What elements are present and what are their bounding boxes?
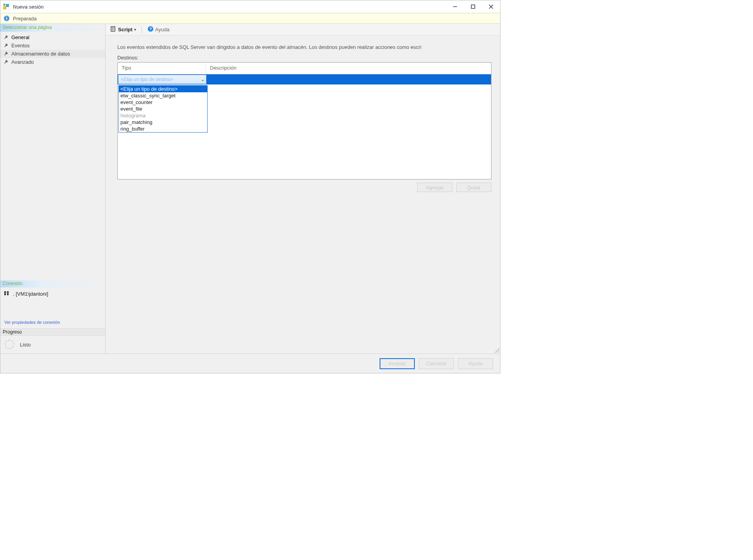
wrench-icon [4,51,9,57]
svg-rect-1 [6,4,9,7]
dropdown-option[interactable]: histograma [119,112,207,119]
sidebar-item-almacenamiento[interactable]: Almacenamiento de datos [0,50,105,58]
wrench-icon [4,59,9,65]
info-icon [4,15,10,22]
wrench-icon [4,43,9,48]
add-button[interactable]: Agregar [417,183,452,192]
dialog-footer: Aceptar Cancelar Ayuda [0,354,500,373]
connection-info: . [VM1\jdantoni] [0,287,105,300]
help-button[interactable]: ? Ayuda [146,25,171,34]
close-button[interactable] [482,0,500,13]
column-tipo[interactable]: Tipo [118,63,206,74]
sidebar-item-label: Eventos [11,43,30,48]
resize-grip-icon[interactable] [495,348,499,353]
minimize-button[interactable] [446,0,464,13]
content-area: Los eventos extendidos de SQL Server van… [106,36,500,354]
intro-text: Los eventos extendidos de SQL Server van… [117,44,491,50]
script-icon [110,26,117,33]
svg-rect-12 [4,293,6,295]
script-label: Script [118,27,133,32]
targets-grid: Tipo Descripción <Elija un tipo de desti… [117,62,491,179]
target-type-dropdown: <Elija un tipo de destino> etw_classic_s… [118,85,208,133]
svg-point-11 [7,291,9,293]
destinos-label: Destinos: [117,55,491,61]
connection-properties-link[interactable]: Ver propiedades de conexión [0,320,105,328]
sidebar-header: Seleccionar una página [0,24,105,32]
toolbar: Script ▾ ? Ayuda [106,24,500,36]
status-strip: Preparada [0,13,500,24]
titlebar: Nueva sesión [0,0,500,13]
sidebar-item-avanzado[interactable]: Avanzado [0,58,105,66]
sidebar: Seleccionar una página General Eventos A… [0,24,106,354]
connection-server: . [VM1\jdantoni] [13,291,48,297]
column-descripcion[interactable]: Descripción [206,63,491,74]
ok-button[interactable]: Aceptar [380,358,415,369]
svg-rect-0 [3,6,6,9]
svg-text:?: ? [149,27,152,31]
sidebar-item-label: Almacenamiento de datos [11,51,70,57]
server-icon [4,291,10,297]
dropdown-option[interactable]: event_counter [119,99,207,106]
svg-rect-8 [6,18,7,20]
app-icon [3,3,10,10]
sidebar-item-eventos[interactable]: Eventos [0,41,105,50]
chevron-down-icon: ▾ [134,27,136,32]
dropdown-option[interactable]: etw_classic_sync_target [119,92,207,99]
progress-status: Listo [20,342,30,348]
dropdown-option[interactable]: event_file [119,106,207,112]
combo-placeholder: <Elija un tipo de destino> [121,77,174,82]
sidebar-nav: General Eventos Almacenamiento de datos … [0,32,105,68]
progress-spinner-icon [4,339,14,350]
status-text: Preparada [13,16,37,22]
connection-header: Conexión [0,280,105,287]
maximize-button[interactable] [464,0,482,13]
progress-header: Progreso [0,328,105,336]
svg-point-10 [4,291,6,293]
window-title: Nueva sesión [13,4,446,10]
dropdown-option[interactable]: ring_buffer [119,126,207,132]
progress-body: Listo [0,336,105,354]
dialog-window: Nueva sesión Preparada Seleccionar una p… [0,0,500,373]
sidebar-item-label: General [11,34,29,40]
sidebar-item-label: Avanzado [11,59,34,65]
svg-point-2 [3,4,5,6]
cancel-button[interactable]: Cancelar [419,358,454,369]
chevron-down-icon: ⌄ [201,77,204,82]
main-panel: Script ▾ ? Ayuda Los eventos extendidos … [106,24,500,354]
svg-point-9 [6,16,7,17]
table-row[interactable]: <Elija un tipo de destino> ⌄ [118,74,491,84]
wrench-icon [4,35,9,40]
svg-rect-13 [7,293,9,295]
dropdown-option[interactable]: pair_matching [119,119,207,126]
script-button[interactable]: Script ▾ [109,25,138,34]
remove-button[interactable]: Quitar [456,183,491,192]
grid-actions: Agregar Quitar [117,183,491,192]
toolbar-separator [142,26,142,33]
target-type-combo[interactable]: <Elija un tipo de destino> ⌄ [118,75,206,84]
sidebar-item-general[interactable]: General [0,33,105,41]
help-label: Ayuda [155,27,170,32]
help-icon: ? [147,26,154,33]
grid-header: Tipo Descripción [118,63,491,74]
svg-rect-4 [472,5,475,9]
help-footer-button[interactable]: Ayuda [458,358,493,369]
dropdown-option[interactable]: <Elija un tipo de destino> [119,86,207,92]
